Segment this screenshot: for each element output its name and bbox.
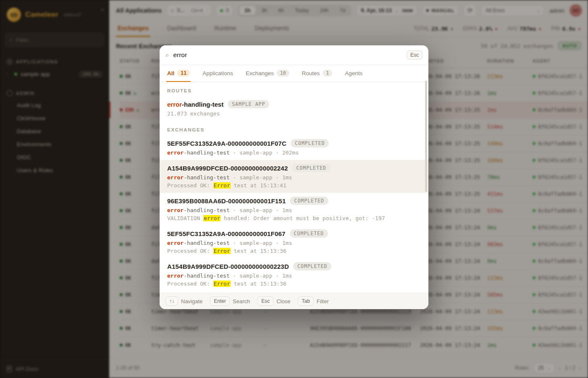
agent-dot-icon <box>533 209 536 212</box>
status-dot-icon <box>120 327 123 330</box>
auto-badge[interactable]: AUTO <box>558 42 581 50</box>
retry-icon: ↻ <box>134 90 136 96</box>
exchange-result-item[interactable]: A154B9A999DFCED-0000000000002242COMPLETE… <box>160 160 428 193</box>
modal-search-input[interactable] <box>173 51 402 59</box>
status-text: OK <box>125 309 131 315</box>
tab-exchanges[interactable]: Exchanges <box>116 21 150 37</box>
status-text: ERR <box>125 107 134 113</box>
prev-page-button[interactable]: ‹ <box>559 365 561 371</box>
modal-tab-routes[interactable]: Routes1 <box>301 65 333 81</box>
sidebar-item-audit-log[interactable]: Audit Log <box>0 99 109 112</box>
sidebar-filter-input[interactable] <box>16 37 100 43</box>
date-range-pill[interactable]: 9. Apr, 16:13 → now <box>357 5 417 16</box>
range-button-24h[interactable]: 24h <box>315 6 334 15</box>
agent-dot-icon <box>533 310 536 313</box>
env-select[interactable]: All Envs ⌄ <box>481 5 544 16</box>
brand: Cameleer a9dcce2 « <box>0 0 109 27</box>
agent-cell: 8f6245ca1d57-1 <box>533 224 588 231</box>
agent-dot-icon <box>533 260 536 262</box>
column-header[interactable]: AGENT <box>533 58 588 63</box>
agent-dot-icon <box>533 92 536 94</box>
route-cell: try-catch-test <box>151 342 210 348</box>
applications-label: APPLICATIONS <box>16 59 58 64</box>
range-button-today[interactable]: Today <box>290 6 314 15</box>
table-row[interactable]: OKtry-catch-testsample-app–A154B9A999DFC… <box>120 337 588 354</box>
status-text: OK <box>125 90 131 96</box>
avatar[interactable]: AD <box>570 4 582 17</box>
admin-icon <box>7 90 13 96</box>
started-cell: 2026-04-09 17:13:24 <box>420 258 487 264</box>
sidebar-item-clickhouse[interactable]: ClickHouse <box>0 112 109 125</box>
esc-kbd[interactable]: Esc <box>407 50 423 60</box>
status-text: OK <box>125 275 131 281</box>
exchange-result-item[interactable]: 96E395B0088AA6D-000000000001F135COMPLETE… <box>160 291 428 293</box>
exchange-result-item[interactable]: 5EF55FC31352A9A-000000000001F067COMPLETE… <box>160 226 428 258</box>
status-cell: OK <box>120 225 151 231</box>
range-button-6h[interactable]: 6h <box>273 6 289 15</box>
tab-runtime[interactable]: Runtime <box>213 21 238 37</box>
column-header[interactable]: STATUS <box>120 58 151 63</box>
exchange-result-item[interactable]: 96E395B0088AA6D-000000000001F151COMPLETE… <box>160 193 428 226</box>
column-header[interactable]: DURATION <box>487 58 533 63</box>
sidebar-item-application[interactable]: ›sample app288.8k <box>0 67 109 81</box>
refresh-button[interactable]: ⟳ <box>464 5 476 16</box>
range-button-3h[interactable]: 3h <box>257 6 273 15</box>
sidebar-item-oidc[interactable]: OIDC <box>0 151 109 164</box>
kbd-close: Esc <box>257 297 273 306</box>
status-cell: OK <box>120 275 151 281</box>
duration-cell: 1ms <box>487 342 533 348</box>
status-cell: OK <box>120 342 151 348</box>
modal-tab-exchanges[interactable]: Exchanges10 <box>245 65 290 81</box>
tab-dashboard[interactable]: Dashboard <box>165 21 198 37</box>
logo-icon <box>7 8 21 22</box>
exchange-note: Processed OK: Error test at 15:13:41 <box>167 182 421 189</box>
admin-header: ADMIN <box>0 88 109 99</box>
modal-tab-all[interactable]: All11 <box>166 65 191 81</box>
table-row[interactable]: OKtimer-heartbeatsample-app–96E395B0088A… <box>120 320 588 337</box>
status-dot-icon <box>120 276 123 279</box>
sidebar-collapse-icon[interactable]: « <box>101 6 104 13</box>
live-count-pill[interactable]: 0 <box>216 5 233 16</box>
modal-tab-applications[interactable]: Applications <box>202 66 234 81</box>
route-match: error <box>167 174 184 181</box>
modal-scrollbar[interactable] <box>425 81 427 192</box>
exchange-result-item[interactable]: 5EF55FC31352A9A-000000000001F07CCOMPLETE… <box>160 135 428 160</box>
column-header[interactable]: STARTED <box>420 58 487 63</box>
started-cell: 2026-04-09 17:13:24 <box>420 308 487 315</box>
status-dot-icon <box>120 125 123 128</box>
agent-cell: 8c0affadb860-1 <box>533 325 588 331</box>
tab-deployments[interactable]: Deployments <box>253 21 291 37</box>
started-cell: 2026-04-09 17:13:25 <box>420 191 487 197</box>
sidebar-item-users-roles[interactable]: Users & Roles <box>0 164 109 177</box>
agent-cell: 8c0affadb860-1 <box>533 258 588 264</box>
status-text: OK <box>125 326 131 331</box>
sidebar-footer[interactable]: API Docs <box>0 360 109 378</box>
agent-cell: 43ee9811b801-1 <box>533 342 588 348</box>
exchange-title-line: A154B9A999DFCED-0000000000002242COMPLETE… <box>167 164 421 172</box>
manual-refresh-toggle[interactable]: MANUAL <box>422 5 459 16</box>
route-subtext: 21.073 exchanges <box>167 110 421 117</box>
api-docs-link[interactable]: API Docs <box>16 366 38 372</box>
pager: Rows: 25 ⌄ ‹ 1 / 2 › <box>515 363 581 373</box>
modal-tab-label: Applications <box>202 70 233 76</box>
status-dot-icon <box>120 243 123 246</box>
duration-cell: 9ms <box>487 224 533 231</box>
exchange-title-line: A154B9A999DFCED-000000000000223DCOMPLETE… <box>167 262 421 270</box>
sidebar-item-environments[interactable]: Environments <box>0 138 109 151</box>
route-match: error <box>167 150 184 156</box>
rows-per-page-select[interactable]: 25 ⌄ <box>534 363 555 373</box>
sidebar-item-database[interactable]: Database <box>0 125 109 138</box>
agent-dot-icon <box>533 276 536 279</box>
global-search-button[interactable]: ⌕ S... Ctrl+K <box>167 5 211 16</box>
exchange-result-item[interactable]: A154B9A999DFCED-000000000000223DCOMPLETE… <box>160 258 428 291</box>
sidebar-filter[interactable]: ⌕ <box>5 33 104 47</box>
next-page-button[interactable]: › <box>580 365 581 371</box>
agent-cell: 8f6245ca1d57-1 <box>533 157 588 163</box>
modal-tab-agents[interactable]: Agents <box>344 66 363 81</box>
pagination-bar: 1-25 of 50 Rows: 25 ⌄ ‹ 1 / 2 › <box>109 357 588 378</box>
range-button-7d[interactable]: 7d <box>335 6 351 15</box>
route-result-item[interactable]: error-handling-testSAMPLE APP21.073 exch… <box>160 96 428 121</box>
status-dot-icon <box>120 209 123 212</box>
range-button-1h[interactable]: 1h <box>239 6 256 15</box>
live-count: 0 <box>226 8 229 13</box>
